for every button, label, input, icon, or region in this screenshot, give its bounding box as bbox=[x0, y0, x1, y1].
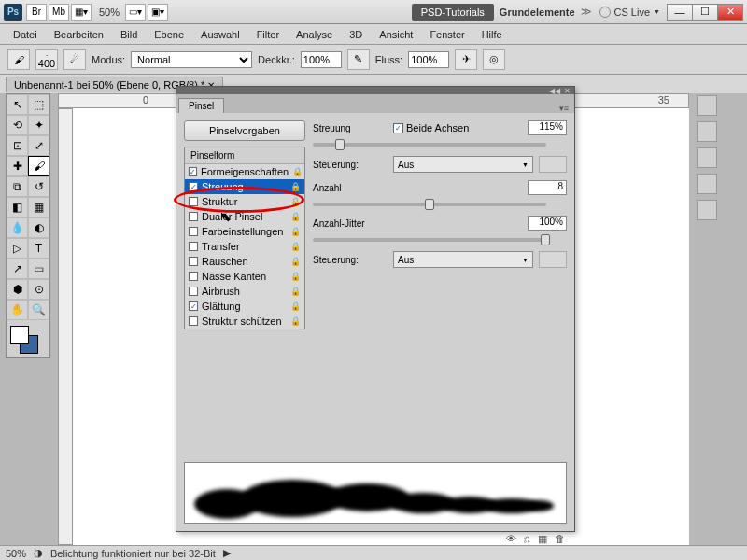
eraser-tool[interactable]: ◧ bbox=[7, 197, 28, 217]
steuerung-select[interactable]: Aus bbox=[393, 156, 533, 173]
arrange-button[interactable]: ▭▾ bbox=[125, 4, 146, 21]
lock-icon[interactable]: 🔒 bbox=[292, 167, 303, 176]
checkbox-icon[interactable] bbox=[189, 272, 198, 281]
move-tool[interactable]: ↖ bbox=[7, 94, 28, 115]
pinselvorgaben-button[interactable]: Pinselvorgaben bbox=[184, 120, 305, 141]
shape-item-farbeinstellungen[interactable]: Farbeinstellungen🔒 bbox=[185, 224, 304, 239]
checkbox-icon[interactable] bbox=[189, 227, 198, 236]
color-swatches[interactable] bbox=[7, 324, 49, 357]
maximize-button[interactable]: ☐ bbox=[692, 4, 718, 21]
menu-hilfe[interactable]: Hilfe bbox=[474, 26, 510, 43]
pen-tool[interactable]: ▷ bbox=[7, 238, 28, 259]
panel-close-icon[interactable]: ✕ bbox=[564, 87, 571, 95]
panel-button[interactable] bbox=[697, 174, 717, 194]
brush-tool[interactable]: 🖌 bbox=[28, 156, 49, 176]
menu-bearbeiten[interactable]: Bearbeiten bbox=[47, 26, 111, 43]
checkbox-icon[interactable]: ✓ bbox=[189, 182, 198, 191]
deckkr-input[interactable] bbox=[301, 51, 342, 68]
panel-tab-pinsel[interactable]: Pinsel bbox=[178, 98, 224, 113]
menu-ebene[interactable]: Ebene bbox=[147, 26, 191, 43]
anzahl-slider[interactable] bbox=[313, 203, 546, 206]
tablet-pressure-icon[interactable]: ◎ bbox=[483, 49, 505, 70]
camera-tool[interactable]: ⊙ bbox=[28, 279, 49, 300]
menu-analyse[interactable]: Analyse bbox=[289, 26, 340, 43]
jitter-value[interactable]: 100% bbox=[528, 216, 567, 231]
panel-button[interactable] bbox=[697, 147, 717, 168]
fluss-input[interactable] bbox=[408, 51, 449, 68]
shape-item-formeigenschaften[interactable]: ✓Formeigenschaften🔒 bbox=[185, 164, 304, 179]
menu-auswahl[interactable]: Auswahl bbox=[193, 26, 247, 43]
minimize-button[interactable]: — bbox=[667, 4, 693, 21]
brush-tool-icon[interactable]: 🖌 bbox=[7, 49, 30, 70]
screenmode-button[interactable]: ▣▾ bbox=[148, 4, 168, 21]
checkbox-icon[interactable] bbox=[189, 316, 198, 326]
bridge-button[interactable]: Br bbox=[26, 4, 47, 21]
menu-fenster[interactable]: Fenster bbox=[422, 26, 472, 43]
shape-item-glättung[interactable]: ✓Glättung🔒 bbox=[185, 299, 304, 314]
checkbox-icon[interactable] bbox=[189, 287, 198, 296]
shape-item-nasse-kanten[interactable]: Nasse Kanten🔒 bbox=[185, 269, 304, 284]
trash-icon[interactable]: 🗑 bbox=[555, 533, 565, 545]
shape-item-airbrush[interactable]: Airbrush🔒 bbox=[185, 284, 304, 299]
lock-icon[interactable]: 🔒 bbox=[290, 227, 301, 236]
brush-preset-picker[interactable]: ·400 bbox=[35, 49, 58, 70]
panel-button[interactable] bbox=[697, 200, 717, 220]
panel-menu-icon[interactable]: ▾≡ bbox=[559, 104, 569, 113]
lock-icon[interactable]: 🔒 bbox=[290, 272, 301, 281]
type-tool[interactable]: T bbox=[28, 238, 49, 259]
shape-item-rauschen[interactable]: Rauschen🔒 bbox=[185, 254, 304, 269]
checkbox-icon[interactable] bbox=[189, 242, 198, 251]
chevron-right-icon[interactable]: ≫ bbox=[581, 6, 592, 18]
shape-item-transfer[interactable]: Transfer🔒 bbox=[185, 239, 304, 254]
wand-tool[interactable]: ✦ bbox=[28, 115, 49, 135]
anzahl-value[interactable]: 8 bbox=[528, 180, 567, 195]
steuerung2-select[interactable]: Aus bbox=[393, 251, 533, 268]
lock-icon[interactable]: 🔒 bbox=[290, 316, 301, 326]
gradient-tool[interactable]: ▦ bbox=[28, 197, 49, 217]
lock-icon[interactable]: 🔒 bbox=[290, 287, 301, 296]
shape-item-struktur[interactable]: Struktur🔒 bbox=[185, 194, 304, 209]
heal-tool[interactable]: ✚ bbox=[7, 156, 28, 176]
shape-item-streuung[interactable]: ✓Streuung🔒 bbox=[185, 179, 304, 194]
menu-bild[interactable]: Bild bbox=[113, 26, 145, 43]
lock-icon[interactable]: 🔒 bbox=[290, 212, 301, 221]
blur-tool[interactable]: 💧 bbox=[7, 217, 28, 238]
path-tool[interactable]: ↗ bbox=[7, 259, 28, 279]
menu-filter[interactable]: Filter bbox=[249, 26, 287, 43]
status-arrow-icon[interactable]: ▶ bbox=[223, 547, 231, 559]
streuung-slider[interactable] bbox=[313, 143, 546, 147]
menu-ansicht[interactable]: Ansicht bbox=[372, 26, 420, 43]
zoom-tool[interactable]: 🔍 bbox=[28, 300, 49, 320]
eyedropper-tool[interactable]: ⤢ bbox=[28, 135, 49, 156]
beide-achsen-checkbox[interactable]: ✓ bbox=[393, 123, 403, 133]
crop-tool[interactable]: ⊡ bbox=[7, 135, 28, 156]
lock-icon[interactable]: 🔒 bbox=[290, 257, 301, 266]
lock-icon[interactable]: 🔒 bbox=[290, 182, 301, 191]
panel-collapse-icon[interactable]: ◀◀ bbox=[549, 87, 560, 95]
panel-button[interactable] bbox=[697, 95, 717, 116]
new-preset-icon[interactable]: ▦ bbox=[538, 533, 547, 545]
checkbox-icon[interactable]: ✓ bbox=[189, 301, 198, 311]
workspace-button[interactable]: PSD-Tutorials bbox=[412, 4, 494, 21]
opacity-pressure-icon[interactable]: ✎ bbox=[347, 49, 370, 70]
jitter-slider[interactable] bbox=[313, 238, 546, 242]
lock-icon[interactable]: ⎌ bbox=[524, 533, 530, 545]
view-extras-button[interactable]: ▦▾ bbox=[71, 4, 92, 21]
menu-3d[interactable]: 3D bbox=[342, 26, 370, 43]
zoom-level[interactable]: 50% bbox=[99, 7, 120, 18]
checkbox-icon[interactable] bbox=[189, 257, 198, 266]
lasso-tool[interactable]: ⟲ bbox=[7, 115, 28, 135]
airbrush-icon[interactable]: ✈ bbox=[455, 49, 477, 70]
steuerung2-extra-button[interactable] bbox=[539, 251, 567, 268]
checkbox-icon[interactable] bbox=[189, 197, 198, 206]
panel-button[interactable] bbox=[697, 121, 717, 142]
lock-icon[interactable]: 🔒 bbox=[290, 197, 301, 206]
stamp-tool[interactable]: ⧉ bbox=[7, 176, 28, 197]
history-brush-tool[interactable]: ↺ bbox=[28, 176, 49, 197]
hand-tool[interactable]: ✋ bbox=[7, 300, 28, 320]
dodge-tool[interactable]: ◐ bbox=[28, 217, 49, 238]
checkbox-icon[interactable] bbox=[189, 212, 198, 221]
streuung-value[interactable]: 115% bbox=[528, 120, 567, 135]
steuerung-extra-button[interactable] bbox=[539, 156, 567, 173]
shape-item-struktur-schützen[interactable]: Struktur schützen🔒 bbox=[185, 314, 304, 329]
